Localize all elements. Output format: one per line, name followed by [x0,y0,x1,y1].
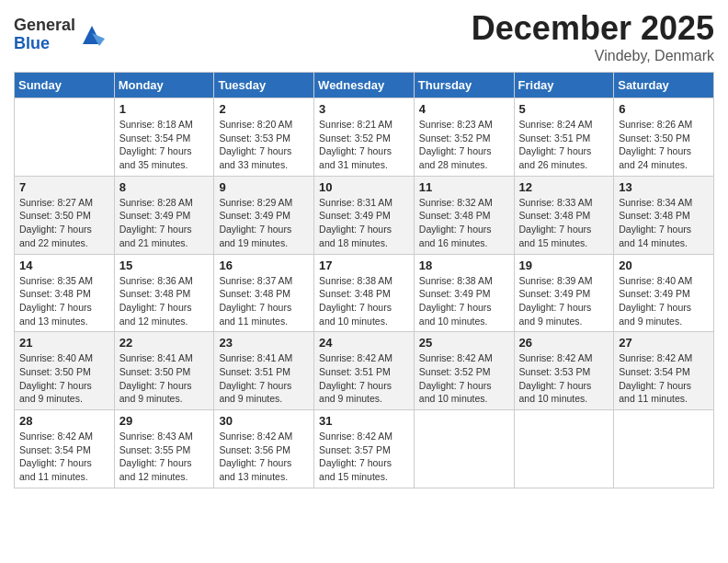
day-info: Sunrise: 8:35 AM Sunset: 3:48 PM Dayligh… [19,274,109,328]
day-info: Sunrise: 8:34 AM Sunset: 3:48 PM Dayligh… [619,196,709,250]
calendar-cell: 24Sunrise: 8:42 AM Sunset: 3:51 PM Dayli… [314,332,415,410]
calendar-week-5: 28Sunrise: 8:42 AM Sunset: 3:54 PM Dayli… [15,410,714,488]
day-number: 2 [219,102,309,116]
title-area: December 2025 Vindeby, Denmark [472,9,714,64]
day-number: 4 [419,102,509,116]
day-number: 8 [119,180,210,194]
day-number: 7 [19,180,109,194]
day-info: Sunrise: 8:28 AM Sunset: 3:49 PM Dayligh… [119,196,210,250]
day-info: Sunrise: 8:38 AM Sunset: 3:48 PM Dayligh… [319,274,409,328]
calendar-cell: 9Sunrise: 8:29 AM Sunset: 3:49 PM Daylig… [214,176,314,254]
calendar-cell: 12Sunrise: 8:33 AM Sunset: 3:48 PM Dayli… [514,176,614,254]
day-info: Sunrise: 8:24 AM Sunset: 3:51 PM Dayligh… [519,118,609,172]
header-cell-wednesday: Wednesday [314,73,415,98]
day-number: 15 [119,259,210,272]
day-info: Sunrise: 8:36 AM Sunset: 3:48 PM Dayligh… [119,274,210,328]
day-number: 5 [519,102,609,116]
day-number: 25 [419,336,509,350]
day-number: 18 [419,259,509,272]
day-info: Sunrise: 8:42 AM Sunset: 3:57 PM Dayligh… [319,430,409,484]
day-info: Sunrise: 8:38 AM Sunset: 3:49 PM Dayligh… [419,274,509,328]
day-info: Sunrise: 8:27 AM Sunset: 3:50 PM Dayligh… [19,196,109,250]
calendar-cell: 8Sunrise: 8:28 AM Sunset: 3:49 PM Daylig… [114,176,214,254]
calendar-cell: 2Sunrise: 8:20 AM Sunset: 3:53 PM Daylig… [214,98,314,177]
day-number: 27 [619,336,709,350]
day-number: 28 [19,414,109,428]
day-info: Sunrise: 8:40 AM Sunset: 3:49 PM Dayligh… [619,274,709,328]
day-info: Sunrise: 8:42 AM Sunset: 3:53 PM Dayligh… [519,351,609,406]
day-info: Sunrise: 8:23 AM Sunset: 3:52 PM Dayligh… [419,118,509,172]
calendar-cell: 13Sunrise: 8:34 AM Sunset: 3:48 PM Dayli… [614,176,714,254]
calendar-cell: 4Sunrise: 8:23 AM Sunset: 3:52 PM Daylig… [414,98,514,177]
calendar-body: 1Sunrise: 8:18 AM Sunset: 3:54 PM Daylig… [15,98,714,488]
day-number: 20 [619,259,709,272]
day-number: 31 [319,414,409,428]
day-number: 1 [119,102,210,116]
calendar-cell: 1Sunrise: 8:18 AM Sunset: 3:54 PM Daylig… [114,98,214,177]
calendar-week-4: 21Sunrise: 8:40 AM Sunset: 3:50 PM Dayli… [15,332,714,410]
header: General Blue December 2025 Vindeby, Denm… [14,9,714,64]
day-number: 10 [319,180,409,194]
day-info: Sunrise: 8:29 AM Sunset: 3:49 PM Dayligh… [219,196,309,250]
day-info: Sunrise: 8:42 AM Sunset: 3:54 PM Dayligh… [19,430,109,484]
day-info: Sunrise: 8:31 AM Sunset: 3:49 PM Dayligh… [319,196,409,250]
day-info: Sunrise: 8:42 AM Sunset: 3:51 PM Dayligh… [319,351,409,406]
day-info: Sunrise: 8:20 AM Sunset: 3:53 PM Dayligh… [219,118,309,172]
location-subtitle: Vindeby, Denmark [472,48,714,64]
day-info: Sunrise: 8:42 AM Sunset: 3:54 PM Dayligh… [619,351,709,406]
calendar-cell: 6Sunrise: 8:26 AM Sunset: 3:50 PM Daylig… [614,98,714,177]
calendar-cell: 22Sunrise: 8:41 AM Sunset: 3:50 PM Dayli… [114,332,214,410]
day-info: Sunrise: 8:37 AM Sunset: 3:48 PM Dayligh… [219,274,309,328]
calendar-cell: 25Sunrise: 8:42 AM Sunset: 3:52 PM Dayli… [414,332,514,410]
calendar-cell [514,410,614,488]
day-info: Sunrise: 8:40 AM Sunset: 3:50 PM Dayligh… [19,351,109,406]
calendar-cell: 18Sunrise: 8:38 AM Sunset: 3:49 PM Dayli… [414,254,514,332]
calendar-cell: 29Sunrise: 8:43 AM Sunset: 3:55 PM Dayli… [114,410,214,488]
day-number: 30 [219,414,309,428]
day-number: 16 [219,259,309,272]
day-number: 26 [519,336,609,350]
day-number: 14 [19,259,109,272]
calendar-week-2: 7Sunrise: 8:27 AM Sunset: 3:50 PM Daylig… [15,176,714,254]
day-number: 19 [519,259,609,272]
calendar-cell: 3Sunrise: 8:21 AM Sunset: 3:52 PM Daylig… [314,98,415,177]
calendar-cell: 21Sunrise: 8:40 AM Sunset: 3:50 PM Dayli… [15,332,115,410]
day-number: 24 [319,336,409,350]
calendar-cell: 14Sunrise: 8:35 AM Sunset: 3:48 PM Dayli… [15,254,115,332]
day-number: 9 [219,180,309,194]
day-info: Sunrise: 8:18 AM Sunset: 3:54 PM Dayligh… [119,118,210,172]
day-number: 29 [119,414,210,428]
header-cell-friday: Friday [514,73,614,98]
logo: General Blue [14,17,105,53]
header-cell-sunday: Sunday [15,73,115,98]
calendar-cell [414,410,514,488]
calendar-cell: 11Sunrise: 8:32 AM Sunset: 3:48 PM Dayli… [414,176,514,254]
day-info: Sunrise: 8:26 AM Sunset: 3:50 PM Dayligh… [619,118,709,172]
day-number: 13 [619,180,709,194]
calendar-header: SundayMondayTuesdayWednesdayThursdayFrid… [15,73,714,98]
day-number: 12 [519,180,609,194]
day-number: 6 [619,102,709,116]
calendar-cell [614,410,714,488]
calendar-cell: 16Sunrise: 8:37 AM Sunset: 3:48 PM Dayli… [214,254,314,332]
month-title: December 2025 [472,9,714,48]
logo-icon [79,22,105,48]
calendar-cell: 17Sunrise: 8:38 AM Sunset: 3:48 PM Dayli… [314,254,415,332]
day-info: Sunrise: 8:21 AM Sunset: 3:52 PM Dayligh… [319,118,409,172]
day-number: 17 [319,259,409,272]
calendar-cell: 20Sunrise: 8:40 AM Sunset: 3:49 PM Dayli… [614,254,714,332]
header-cell-saturday: Saturday [614,73,714,98]
day-number: 23 [219,336,309,350]
logo-blue-text: Blue [14,35,75,53]
day-info: Sunrise: 8:32 AM Sunset: 3:48 PM Dayligh… [419,196,509,250]
calendar-cell: 19Sunrise: 8:39 AM Sunset: 3:49 PM Dayli… [514,254,614,332]
calendar-cell: 5Sunrise: 8:24 AM Sunset: 3:51 PM Daylig… [514,98,614,177]
calendar-cell: 27Sunrise: 8:42 AM Sunset: 3:54 PM Dayli… [614,332,714,410]
day-info: Sunrise: 8:33 AM Sunset: 3:48 PM Dayligh… [519,196,609,250]
calendar-cell: 7Sunrise: 8:27 AM Sunset: 3:50 PM Daylig… [15,176,115,254]
day-info: Sunrise: 8:43 AM Sunset: 3:55 PM Dayligh… [119,430,210,484]
header-cell-monday: Monday [114,73,214,98]
calendar-week-1: 1Sunrise: 8:18 AM Sunset: 3:54 PM Daylig… [15,98,714,177]
day-number: 11 [419,180,509,194]
header-cell-tuesday: Tuesday [214,73,314,98]
